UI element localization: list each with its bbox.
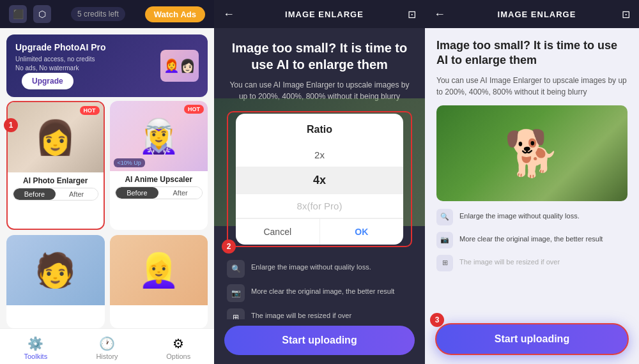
tool-card-bottom-1: AI Photo Enlarger Before After [8, 172, 104, 206]
ratio-dialog-outline: Ratio 2x 4x 8x(for Pro) Cancel OK [227, 111, 412, 247]
history-label: History [96, 353, 118, 360]
upgrade-banner: Upgrade PhotoAI Pro Unlimited access, no… [6, 34, 208, 97]
tool-card-bottom-2: AI Anime Upscaler Before After [110, 171, 208, 204]
ratio-title: Ratio [236, 124, 403, 135]
feature-2: 📷 More clear the original image, the bet… [227, 284, 412, 302]
app-icon-2: ⬡ [33, 5, 51, 23]
after-btn-2[interactable]: After [158, 187, 202, 199]
back-arrow-icon[interactable]: ← [223, 8, 241, 21]
ratio-option-2x[interactable]: 2x [236, 143, 403, 167]
upgrade-desc: Unlimited access, no credits No ads, No … [15, 55, 106, 73]
p3-feature-text-1: Enlarge the image without quality loss. [459, 209, 580, 221]
before-btn-2[interactable]: Before [116, 187, 159, 199]
p3-feature-1: 🔍 Enlarge the image without quality loss… [436, 209, 627, 225]
hot-badge-1: HOT [80, 106, 100, 115]
tools-grid: 👩 HOT AI Photo Enlarger Before After 🧝‍♀… [0, 101, 214, 328]
tool-card-anime[interactable]: 🧝‍♀️ HOT <10% Up AI Anime Upscaler Befor… [110, 101, 208, 230]
badge-number-3: 3 [430, 313, 444, 327]
app-icon-1: ⬛ [9, 5, 27, 23]
feature-text-3: The image will be resized if over [251, 308, 351, 319]
before-after-2: Before After [115, 186, 203, 199]
upload-button-p3[interactable]: Start uploading [435, 323, 629, 355]
p3-feature-2: 📷 More clear the original image, the bet… [436, 232, 627, 248]
toolkits-icon: ⚙️ [27, 336, 43, 351]
feature-icon-2: 📷 [227, 284, 245, 302]
tool-card-3[interactable]: 🧑 [6, 235, 105, 328]
crop-icon[interactable]: ⊡ [408, 8, 416, 20]
nav-toolkits[interactable]: ⚙️ Toolkits [0, 333, 72, 360]
hot-badge-2: HOT [184, 105, 204, 114]
feature-text-1: Enlarge the image without quality loss. [251, 260, 371, 272]
upscale-badge: <10% Up [114, 158, 145, 167]
upgrade-title: Upgrade PhotoAI Pro [15, 42, 106, 52]
tool-title-1: AI Photo Enlarger [13, 176, 98, 185]
feature-icon-3: ⊞ [227, 308, 245, 319]
back-arrow-icon-p3[interactable]: ← [434, 8, 452, 21]
upgrade-button[interactable]: Upgrade [22, 73, 73, 89]
dog-icon: 🐕 [504, 127, 560, 179]
ratio-dialog: Ratio 2x 4x 8x(for Pro) Cancel OK [236, 114, 403, 245]
panel3-header: ← IMAGE ENLARGE ⊡ [425, 0, 639, 28]
panel2-footer: Start uploading [214, 319, 425, 364]
panel2-heading: Image too small? It is time to use AI to… [227, 40, 412, 73]
panel3-content: Image too small? It is time to use AI to… [425, 28, 639, 318]
nav-history[interactable]: 🕐 History [72, 333, 143, 360]
panel3-desc: You can use AI Image Enlarger to upscale… [436, 75, 627, 98]
ratio-option-4x[interactable]: 4x [236, 167, 403, 194]
tool-card-4[interactable]: 👱‍♀️ [110, 235, 208, 328]
tool-image-4: 👱‍♀️ [110, 235, 208, 305]
ratio-option-8x[interactable]: 8x(for Pro) [236, 194, 403, 218]
watch-ads-button[interactable]: Watch Ads [145, 6, 205, 22]
ratio-dialog-actions: Cancel OK [236, 218, 403, 245]
panel3-footer: 3 Start uploading [425, 318, 639, 364]
options-icon: ⚙ [173, 336, 184, 351]
panel3-title: IMAGE ENLARGE [452, 10, 622, 19]
crop-icon-p3[interactable]: ⊡ [622, 8, 630, 20]
feature-icon-1: 🔍 [227, 260, 245, 278]
ratio-dialog-wrapper: Ratio 2x 4x 8x(for Pro) Cancel OK 2 [227, 111, 412, 247]
tool-image-3: 🧑 [6, 235, 105, 305]
header-icons: ⬛ ⬡ [9, 5, 51, 23]
panel3-heading: Image too small? It is time to use AI to… [436, 38, 627, 68]
panel-2: ← IMAGE ENLARGE ⊡ Image too small? It is… [214, 0, 425, 364]
panel-1: ⬛ ⬡ 5 credits left Watch Ads Upgrade Pho… [0, 0, 214, 364]
panel2-title: IMAGE ENLARGE [241, 10, 408, 19]
before-after-1: Before After [13, 188, 98, 201]
after-btn-1[interactable]: After [56, 188, 98, 200]
panel3-features-list: 🔍 Enlarge the image without quality loss… [436, 209, 627, 271]
feature-text-2: More clear the original image, the bette… [251, 284, 394, 296]
p3-feature-icon-3: ⊞ [436, 255, 453, 271]
dog-image: 🐕 [436, 105, 627, 201]
feature-3: ⊞ The image will be resized if over [227, 308, 412, 319]
panel1-header: ⬛ ⬡ 5 credits left Watch Ads [0, 0, 214, 28]
options-label: Options [166, 353, 190, 360]
before-btn-1[interactable]: Before [13, 188, 56, 200]
badge-number-1: 1 [4, 118, 18, 132]
bottom-nav: ⚙️ Toolkits 🕐 History ⚙ Options [0, 328, 214, 364]
tool-anime-image: 🧝‍♀️ HOT <10% Up [110, 101, 208, 171]
ratio-cancel-button[interactable]: Cancel [236, 219, 320, 245]
p3-feature-text-2: More clear the original image, the bette… [459, 232, 603, 244]
upload-button-p2[interactable]: Start uploading [224, 326, 415, 355]
toolkits-label: Toolkits [24, 353, 47, 360]
ratio-ok-button[interactable]: OK [320, 219, 404, 245]
nav-options[interactable]: ⚙ Options [142, 333, 214, 360]
p3-feature-icon-1: 🔍 [436, 209, 453, 225]
panel2-content: Image too small? It is time to use AI to… [214, 28, 425, 319]
tool-title-2: AI Anime Upscaler [115, 175, 203, 184]
credits-badge: 5 credits left [71, 7, 125, 21]
panel2-header: ← IMAGE ENLARGE ⊡ [214, 0, 425, 28]
panel-3: ← IMAGE ENLARGE ⊡ Image too small? It is… [425, 0, 639, 364]
history-icon: 🕐 [99, 336, 115, 351]
p3-feature-3: ⊞ The image will be resized if over [436, 255, 627, 271]
upgrade-banner-image: 👩‍🦰👩🏻 [160, 50, 199, 82]
feature-1: 🔍 Enlarge the image without quality loss… [227, 260, 412, 278]
features-list: 🔍 Enlarge the image without quality loss… [227, 260, 412, 319]
p3-feature-text-3: The image will be resized if over [459, 255, 560, 267]
tool-card-ai-photo[interactable]: 👩 HOT AI Photo Enlarger Before After [6, 101, 105, 230]
badge-number-2: 2 [222, 239, 236, 254]
p3-feature-icon-2: 📷 [436, 232, 453, 248]
